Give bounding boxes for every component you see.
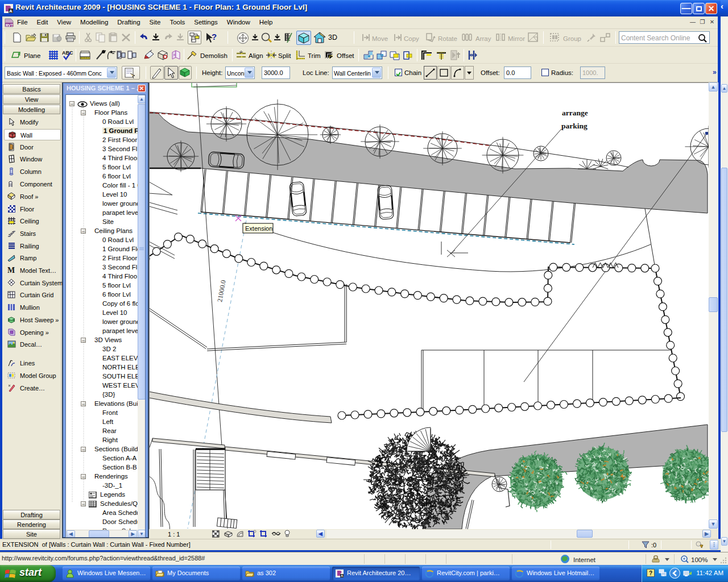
svg-text:?: ? [212, 32, 217, 41]
svg-text:parking: parking [561, 122, 588, 130]
svg-text:!: ! [701, 544, 702, 548]
svg-text:RVT: RVT [6, 23, 13, 27]
svg-text:A: A [341, 574, 344, 577]
svg-text:ABC: ABC [62, 50, 73, 56]
svg-text:arrange: arrange [562, 109, 588, 117]
svg-text:Extension: Extension [245, 225, 272, 232]
svg-text:A: A [9, 9, 13, 13]
svg-text:M: M [7, 266, 15, 275]
